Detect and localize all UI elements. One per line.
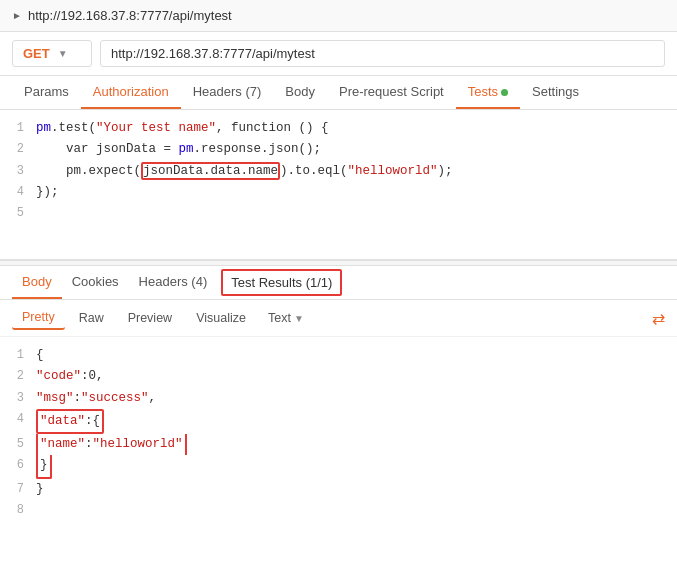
response-toolbar: Pretty Raw Preview Visualize Text ▼ ⇄ — [0, 300, 677, 337]
response-section: Body Cookies Headers (4) Test Results (1… — [0, 266, 677, 529]
highlight-closing: } — [36, 455, 52, 478]
response-code: 1 { 2 "code":0, 3 "msg":"success", 4 "da… — [0, 337, 677, 529]
highlight-name-line: "name":"helloworld" — [36, 434, 187, 455]
method-dropdown[interactable]: GET ▼ — [12, 40, 92, 67]
wrap-icon[interactable]: ⇄ — [652, 309, 665, 328]
highlight-expect: jsonData.data.name — [141, 162, 280, 180]
method-label: GET — [23, 46, 50, 61]
resp-tab-test-results[interactable]: Test Results (1/1) — [221, 269, 342, 296]
chevron-down-icon: ▼ — [294, 313, 304, 324]
code-editor[interactable]: 1 pm.test("Your test name", function () … — [0, 110, 677, 260]
tab-body[interactable]: Body — [273, 76, 327, 109]
resp-line-6: 6 } — [0, 455, 677, 478]
response-tabs-nav: Body Cookies Headers (4) Test Results (1… — [0, 266, 677, 300]
code-line-2: 2 var jsonData = pm.response.json(); — [0, 139, 677, 160]
code-line-1: 1 pm.test("Your test name", function () … — [0, 118, 677, 139]
tab-params[interactable]: Params — [12, 76, 81, 109]
resp-line-7: 7 } — [0, 479, 677, 500]
toolbar-raw[interactable]: Raw — [69, 307, 114, 329]
toolbar-preview[interactable]: Preview — [118, 307, 182, 329]
code-line-4: 4 }); — [0, 182, 677, 203]
tab-prerequest[interactable]: Pre-request Script — [327, 76, 456, 109]
text-label: Text — [268, 311, 291, 325]
tab-authorization[interactable]: Authorization — [81, 76, 181, 109]
resp-tab-cookies[interactable]: Cookies — [62, 266, 129, 299]
url-input[interactable] — [100, 40, 665, 67]
toolbar-text-dropdown[interactable]: Text ▼ — [260, 307, 312, 329]
expand-arrow-icon[interactable]: ► — [12, 10, 22, 21]
resp-line-2: 2 "code":0, — [0, 366, 677, 387]
code-line-5: 5 — [0, 203, 677, 224]
resp-tab-headers[interactable]: Headers (4) — [129, 266, 218, 299]
active-dot — [501, 89, 508, 96]
tab-tests[interactable]: Tests — [456, 76, 520, 109]
toolbar-visualize[interactable]: Visualize — [186, 307, 256, 329]
resp-line-3: 3 "msg":"success", — [0, 388, 677, 409]
toolbar-pretty[interactable]: Pretty — [12, 306, 65, 330]
resp-tab-body[interactable]: Body — [12, 266, 62, 299]
chevron-down-icon: ▼ — [58, 48, 68, 59]
url-display: http://192.168.37.8:7777/api/mytest — [28, 8, 232, 23]
request-tabs-nav: Params Authorization Headers (7) Body Pr… — [0, 76, 677, 110]
request-row: GET ▼ — [0, 32, 677, 76]
url-expand-row: ► http://192.168.37.8:7777/api/mytest — [12, 8, 665, 23]
code-line-3: 3 pm.expect(jsonData.data.name).to.eql("… — [0, 161, 677, 182]
url-bar-section: ► http://192.168.37.8:7777/api/mytest — [0, 0, 677, 32]
tab-settings[interactable]: Settings — [520, 76, 591, 109]
resp-line-8: 8 — [0, 500, 677, 521]
tab-headers[interactable]: Headers (7) — [181, 76, 274, 109]
resp-line-1: 1 { — [0, 345, 677, 366]
highlight-data-block: "data":{ — [36, 409, 104, 434]
resp-line-4: 4 "data":{ — [0, 409, 677, 434]
resp-line-5: 5 "name":"helloworld" — [0, 434, 677, 455]
